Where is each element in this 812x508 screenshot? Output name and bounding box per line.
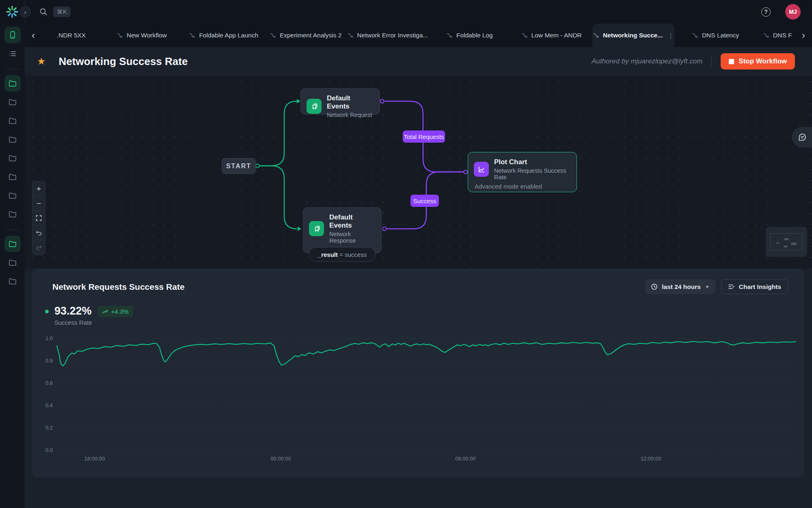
chat-bubble-icon: [798, 133, 807, 142]
y-tick-label: 0.6: [33, 380, 53, 386]
list-icon: [8, 49, 17, 58]
tabs-scroll-left-button[interactable]: ‹: [25, 24, 42, 47]
folder-icon: [8, 135, 17, 144]
tab-dns-f[interactable]: DNS F: [756, 24, 795, 47]
folder-icon: [8, 98, 17, 106]
chart-line-success-rate: [57, 341, 796, 366]
favorite-star-icon[interactable]: ★: [37, 56, 46, 66]
workflow-icon: [692, 33, 698, 38]
folder-icon: [8, 154, 17, 163]
stop-icon: [729, 59, 734, 64]
folder-icon: [8, 277, 17, 286]
sidebar-item-folder-3[interactable]: [4, 113, 21, 129]
canvas-minimap[interactable]: [766, 227, 807, 257]
events-bookmark-icon: [309, 221, 324, 236]
time-range-dropdown[interactable]: last 24 hours ▼: [645, 279, 715, 294]
sidebar-item-folder-5[interactable]: [4, 150, 21, 166]
success-rate-line-chart: [57, 339, 796, 450]
folder-icon: [8, 191, 17, 200]
tab-andr-5xx[interactable]: .NDR 5XX: [42, 24, 101, 47]
tab-experiment-analysis-2[interactable]: Experiment Analysis 2: [265, 24, 347, 47]
sidebar-item-list[interactable]: [4, 46, 21, 62]
sidebar-item-folder-active-2[interactable]: [4, 236, 21, 252]
tab-foldable-app-launch[interactable]: Foldable App Launch: [183, 24, 265, 47]
arrowhead-icon: [297, 99, 300, 104]
folder-icon: [8, 116, 17, 125]
edge-label-success: Success: [410, 195, 439, 207]
sidebar-item-folder-2[interactable]: [4, 94, 21, 110]
stat-value: 93.22%: [54, 305, 92, 317]
folder-icon: [8, 210, 17, 219]
sidebar-item-folder-active-1[interactable]: [4, 75, 21, 91]
sidebar-item-folder-10[interactable]: [4, 273, 21, 289]
x-tick-label: 06:00:00: [455, 456, 476, 462]
series-dot-icon: [45, 310, 49, 313]
avatar[interactable]: MJ: [785, 4, 801, 20]
sidebar-item-folder-9[interactable]: [4, 254, 21, 271]
redo-icon: [36, 245, 42, 250]
start-node[interactable]: START: [222, 158, 256, 174]
edge-label-total-requests: Total Requests: [403, 130, 445, 143]
minimap-node-blip: [776, 242, 779, 244]
question-mark-icon: ?: [764, 9, 768, 15]
top-bar: › ⌘K ? MJ: [0, 0, 812, 24]
workflow-tab-bar: ‹ .NDR 5XX New Workflow Foldable App Lau…: [25, 24, 812, 47]
stop-workflow-button[interactable]: Stop Workflow: [721, 53, 795, 69]
x-tick-label: 18:00:00: [84, 456, 105, 462]
sidebar-collapse-button[interactable]: ›: [19, 6, 31, 17]
plus-icon: +: [37, 185, 41, 193]
advanced-mode-note: Advanced mode enabled: [468, 182, 577, 195]
assistant-chat-tab[interactable]: [792, 127, 812, 147]
minus-icon: −: [37, 199, 41, 208]
canvas-zoom-controls: + −: [32, 181, 45, 255]
insights-icon: [728, 284, 735, 290]
sidebar-item-folder-7[interactable]: [4, 187, 21, 204]
stat-label: Success Rate: [54, 319, 92, 326]
plot-chart-icon: [474, 162, 489, 177]
help-button[interactable]: ?: [761, 7, 771, 17]
search-icon: [39, 8, 48, 16]
tab-network-error-investigation[interactable]: Network Error Investiga...: [347, 24, 429, 47]
minimap-node-blip: [784, 238, 789, 240]
chart-insights-button[interactable]: Chart Insights: [721, 279, 788, 294]
y-tick-label: 0.0: [33, 447, 53, 453]
redo-button[interactable]: [32, 240, 45, 255]
node-default-events-response[interactable]: Default Events Network Response _result …: [303, 207, 382, 253]
mobile-device-icon: [8, 30, 17, 39]
tabs-scroll-right-button[interactable]: ›: [795, 24, 812, 47]
y-tick-label: 1.0: [33, 335, 53, 341]
header-divider: [711, 56, 712, 67]
minimap-viewport: [770, 233, 803, 250]
clock-icon: [651, 283, 658, 290]
workflow-icon: [446, 33, 452, 38]
tab-dns-latency[interactable]: DNS Latency: [674, 24, 756, 47]
tab-networking-success-rate[interactable]: Networking Succe... ⋮: [592, 24, 674, 47]
fit-view-button[interactable]: [32, 211, 45, 226]
x-tick-label: 00:00:00: [270, 456, 291, 462]
sidebar-item-device[interactable]: [4, 27, 21, 43]
tab-low-mem-andr[interactable]: Low Mem - ANDR: [510, 24, 592, 47]
node-default-events-request[interactable]: Default Events Network Request: [300, 88, 380, 115]
chevron-right-icon: ›: [24, 9, 26, 15]
zoom-in-button[interactable]: +: [32, 182, 45, 196]
y-tick-label: 0.8: [33, 358, 53, 364]
sidebar-divider: [5, 69, 20, 69]
tab-menu-kebab-icon[interactable]: ⋮: [667, 32, 674, 39]
gridline: [57, 450, 796, 451]
zoom-out-button[interactable]: −: [32, 196, 45, 211]
undo-button[interactable]: [32, 226, 45, 240]
sidebar-item-folder-4[interactable]: [4, 131, 21, 148]
tab-foldable-log[interactable]: Foldable Log: [428, 24, 510, 47]
workflow-icon: [270, 33, 276, 38]
sidebar-item-folder-6[interactable]: [4, 169, 21, 185]
workflow-edges: [25, 76, 812, 269]
workflow-canvas[interactable]: START Default Events Network Request: [25, 76, 812, 269]
x-tick-label: 12:00:00: [641, 456, 661, 462]
workflow-icon: [763, 33, 769, 38]
node-plot-chart[interactable]: Plot Chart Network Requests Success Rate…: [468, 152, 577, 192]
tab-new-workflow[interactable]: New Workflow: [101, 24, 183, 47]
delta-badge: +4.3%: [98, 306, 133, 317]
global-search[interactable]: ⌘K: [39, 7, 71, 17]
workflow-header: ★ Networking Success Rate Authored by mj…: [25, 47, 812, 76]
sidebar-item-folder-8[interactable]: [4, 206, 21, 222]
